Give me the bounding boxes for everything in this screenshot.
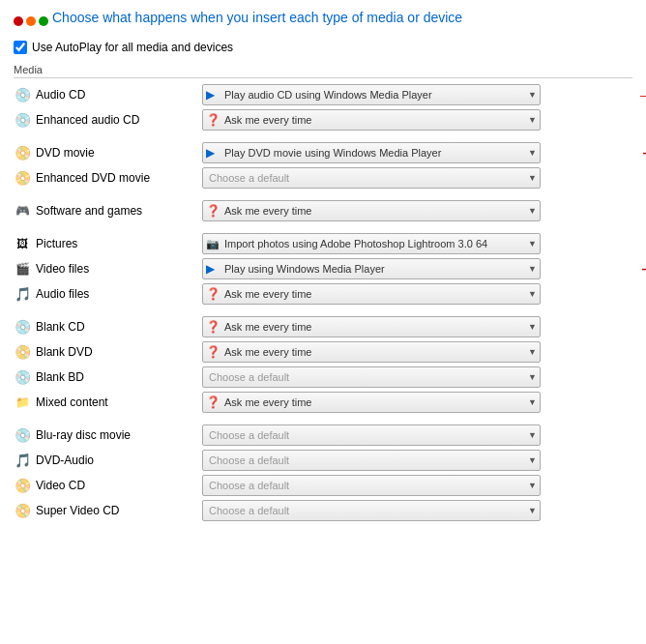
dvd-movie-icon: 📀 [14, 144, 31, 161]
select-wrapper-audio-cd: ▶ Play audio CD using Windows Media Play… [202, 84, 541, 105]
mixed-content-icon: 📁 [14, 394, 31, 411]
label-enhanced-audio-cd: 💿 Enhanced audio CD [14, 111, 202, 129]
super-video-cd-icon: 📀 [14, 502, 31, 519]
video-files-icon: 🎬 [14, 260, 31, 278]
dash-annotation-video-files: — [642, 261, 646, 277]
dot-green [39, 16, 48, 26]
blank-dvd-icon: 📀 [14, 343, 31, 361]
row-dvd-movie: 📀 DVD movie ▶ Play DVD movie using Windo… [14, 142, 632, 163]
row-video-files: 🎬 Video files ▶ Play using Windows Media… [14, 258, 632, 279]
select-blank-bd[interactable]: Choose a default Ask me every time [202, 366, 541, 388]
label-video-cd: 📀 Video CD [14, 477, 202, 494]
label-video-files: 🎬 Video files [14, 260, 202, 278]
blank-bd-icon: 💿 [14, 368, 31, 386]
label-enhanced-dvd-movie: 📀 Enhanced DVD movie [14, 169, 202, 187]
media-section-label: Media [14, 64, 632, 78]
label-pictures: 🖼 Pictures [14, 235, 202, 252]
select-wrapper-video-files: ▶ Play using Windows Media Player Ask me… [202, 258, 541, 279]
enhanced-dvd-icon: 📀 [14, 169, 31, 187]
row-pictures: 🖼 Pictures 📷 Import photos using Adobe P… [14, 233, 632, 254]
select-blank-dvd[interactable]: Ask me every time Choose a default [202, 341, 541, 363]
audio-files-icon: 🎵 [14, 285, 31, 303]
select-wrapper-enhanced-audio-cd: ❓ Ask me every time Choose a default ▼ [202, 109, 541, 131]
label-bluray-disc-movie: 💿 Blu-ray disc movie [14, 426, 202, 444]
select-super-video-cd[interactable]: Choose a default Ask me every time [202, 500, 541, 521]
autoplay-label: Use AutoPlay for all media and devices [32, 41, 233, 54]
select-wrapper-super-video-cd: Choose a default Ask me every time ▼ [202, 500, 541, 521]
select-wrapper-pictures: 📷 Import photos using Adobe Photoshop Li… [202, 233, 541, 254]
media-section: Media 💿 Audio CD ▶ Play audio CD using W… [14, 64, 632, 521]
select-wrapper-blank-dvd: ❓ Ask me every time Choose a default ▼ [202, 341, 541, 363]
select-video-cd[interactable]: Choose a default Ask me every time [202, 475, 541, 496]
label-dvd-audio: 🎵 DVD-Audio [14, 452, 202, 469]
autoplay-checkbox[interactable] [14, 41, 27, 54]
label-audio-files: 🎵 Audio files [14, 285, 202, 303]
enhanced-audio-cd-icon: 💿 [14, 111, 31, 129]
row-blank-bd: 💿 Blank BD Choose a default Ask me every… [14, 366, 632, 388]
dvd-audio-icon: 🎵 [14, 452, 31, 469]
row-audio-cd: 💿 Audio CD ▶ Play audio CD using Windows… [14, 84, 632, 105]
row-dvd-audio: 🎵 DVD-Audio Choose a default Ask me ever… [14, 450, 632, 471]
label-blank-dvd: 📀 Blank DVD [14, 343, 202, 361]
label-super-video-cd: 📀 Super Video CD [14, 502, 202, 519]
select-wrapper-dvd-audio: Choose a default Ask me every time ▼ [202, 450, 541, 471]
label-software-games: 🎮 Software and games [14, 202, 202, 220]
autoplay-row: Use AutoPlay for all media and devices [14, 41, 632, 54]
page-title: Choose what happens when you insert each… [52, 10, 462, 25]
video-cd-icon: 📀 [14, 477, 31, 494]
row-blank-dvd: 📀 Blank DVD ❓ Ask me every time Choose a… [14, 341, 632, 363]
select-wrapper-software-games: ❓ Ask me every time Choose a default ▼ [202, 200, 541, 221]
select-enhanced-dvd-movie[interactable]: Choose a default Ask me every time [202, 167, 541, 189]
select-video-files[interactable]: Play using Windows Media Player Ask me e… [202, 258, 541, 279]
label-blank-cd: 💿 Blank CD [14, 318, 202, 336]
pictures-icon: 🖼 [14, 235, 31, 252]
select-wrapper-dvd-movie: ▶ Play DVD movie using Windows Media Pla… [202, 142, 541, 163]
software-games-icon: 🎮 [14, 202, 31, 220]
select-wrapper-mixed-content: ❓ Ask me every time Choose a default ▼ [202, 392, 541, 413]
select-wrapper-video-cd: Choose a default Ask me every time ▼ [202, 475, 541, 496]
arrow-annotation-audio-cd: → [636, 84, 646, 106]
select-wrapper-bluray: Choose a default Ask me every time ▼ [202, 424, 541, 446]
label-audio-cd: 💿 Audio CD [14, 86, 202, 103]
select-dvd-audio[interactable]: Choose a default Ask me every time [202, 450, 541, 471]
page-header: Choose what happens when you insert each… [14, 10, 632, 33]
audio-cd-icon: 💿 [14, 86, 31, 103]
select-bluray-disc-movie[interactable]: Choose a default Ask me every time [202, 424, 541, 446]
select-enhanced-audio-cd[interactable]: Ask me every time Choose a default [202, 109, 541, 131]
row-super-video-cd: 📀 Super Video CD Choose a default Ask me… [14, 500, 632, 521]
select-dvd-movie[interactable]: Play DVD movie using Windows Media Playe… [202, 142, 541, 163]
bluray-icon: 💿 [14, 426, 31, 444]
dot-red [14, 16, 23, 26]
row-enhanced-dvd-movie: 📀 Enhanced DVD movie Choose a default As… [14, 167, 632, 189]
select-software-games[interactable]: Ask me every time Choose a default [202, 200, 541, 221]
row-video-cd: 📀 Video CD Choose a default Ask me every… [14, 475, 632, 496]
select-wrapper-blank-cd: ❓ Ask me every time Choose a default ▼ [202, 316, 541, 337]
label-blank-bd: 💿 Blank BD [14, 368, 202, 386]
blank-cd-icon: 💿 [14, 318, 31, 336]
select-wrapper-audio-files: ❓ Ask me every time Choose a default ▼ [202, 283, 541, 305]
select-wrapper-blank-bd: Choose a default Ask me every time ▼ [202, 366, 541, 388]
row-audio-files: 🎵 Audio files ❓ Ask me every time Choose… [14, 283, 632, 305]
row-bluray-disc-movie: 💿 Blu-ray disc movie Choose a default As… [14, 424, 632, 446]
row-enhanced-audio-cd: 💿 Enhanced audio CD ❓ Ask me every time … [14, 109, 632, 131]
select-mixed-content[interactable]: Ask me every time Choose a default [202, 392, 541, 413]
row-mixed-content: 📁 Mixed content ❓ Ask me every time Choo… [14, 392, 632, 413]
label-mixed-content: 📁 Mixed content [14, 394, 202, 411]
select-blank-cd[interactable]: Ask me every time Choose a default [202, 316, 541, 337]
dots-container [14, 16, 48, 26]
label-dvd-movie: 📀 DVD movie [14, 144, 202, 161]
select-wrapper-enhanced-dvd: Choose a default Ask me every time ▼ [202, 167, 541, 189]
select-audio-files[interactable]: Ask me every time Choose a default [202, 283, 541, 305]
select-pictures[interactable]: Import photos using Adobe Photoshop Ligh… [202, 233, 541, 254]
select-audio-cd[interactable]: Play audio CD using Windows Media Player… [202, 84, 541, 105]
dot-orange [26, 16, 36, 26]
row-blank-cd: 💿 Blank CD ❓ Ask me every time Choose a … [14, 316, 632, 337]
row-software-games: 🎮 Software and games ❓ Ask me every time… [14, 200, 632, 221]
